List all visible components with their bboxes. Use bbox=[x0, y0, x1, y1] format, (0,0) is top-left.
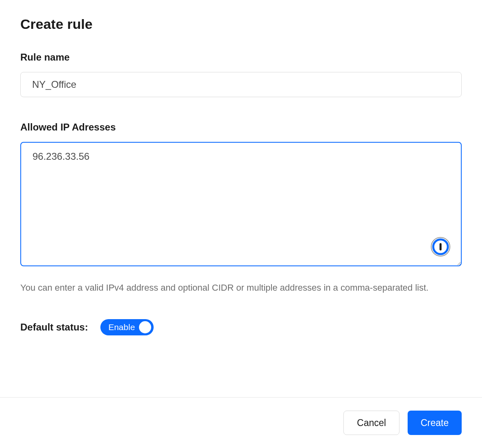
password-manager-icon[interactable] bbox=[431, 237, 450, 257]
allowed-ips-label: Allowed IP Adresses bbox=[20, 122, 462, 133]
cancel-button[interactable]: Cancel bbox=[343, 411, 399, 435]
rule-name-input[interactable] bbox=[20, 72, 462, 97]
footer: Cancel Create bbox=[0, 397, 482, 448]
allowed-ips-helper: You can enter a valid IPv4 address and o… bbox=[20, 281, 462, 295]
allowed-ips-group: Allowed IP Adresses 96.236.33.56 You can… bbox=[20, 122, 462, 295]
create-button[interactable]: Create bbox=[408, 411, 462, 435]
default-status-label: Default status: bbox=[20, 322, 88, 333]
page-title: Create rule bbox=[20, 16, 462, 32]
svg-rect-2 bbox=[440, 243, 442, 250]
rule-name-label: Rule name bbox=[20, 52, 462, 63]
default-status-toggle[interactable]: Enable bbox=[100, 319, 154, 335]
allowed-ips-textarea[interactable]: 96.236.33.56 bbox=[20, 142, 462, 266]
allowed-ips-wrapper: 96.236.33.56 bbox=[20, 142, 462, 268]
default-status-row: Default status: Enable bbox=[20, 319, 462, 335]
toggle-knob bbox=[139, 321, 151, 333]
rule-name-group: Rule name bbox=[20, 52, 462, 97]
toggle-label: Enable bbox=[109, 322, 135, 332]
